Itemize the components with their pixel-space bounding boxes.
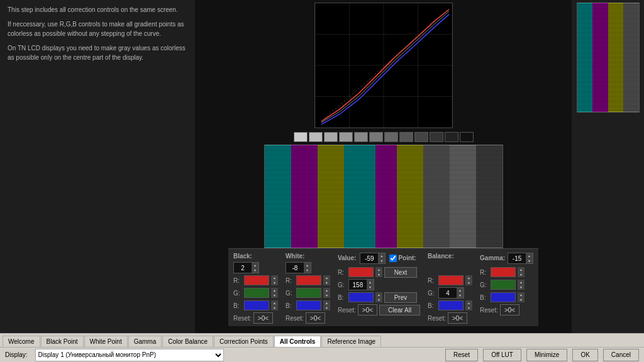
value-g-spin[interactable]: ▲ ▼ <box>348 279 374 290</box>
white-label: White: <box>286 253 330 260</box>
gamma-b-down[interactable]: ▼ <box>518 297 525 302</box>
white-r-up[interactable]: ▲ <box>323 275 330 280</box>
white-b-up[interactable]: ▲ <box>323 300 330 305</box>
white-g-down[interactable]: ▼ <box>323 293 330 298</box>
black-r-down[interactable]: ▼ <box>271 280 278 285</box>
value-r-down[interactable]: ▼ <box>375 272 382 277</box>
black-spin[interactable]: ▲ ▼ <box>233 262 259 273</box>
b-label-gamma: B: <box>480 294 489 301</box>
tab-reference-image[interactable]: Reference Image <box>321 336 381 347</box>
white-reset-btn[interactable]: >0< <box>306 312 325 324</box>
white-b-down[interactable]: ▼ <box>323 305 330 310</box>
white-r-down[interactable]: ▼ <box>323 280 330 285</box>
black-g-down[interactable]: ▼ <box>271 293 278 298</box>
gamma-input[interactable] <box>508 253 526 263</box>
swatch-gray8 <box>399 132 413 142</box>
black-input[interactable] <box>234 263 252 273</box>
instruction-text-1: This step includes all correction contro… <box>8 5 187 14</box>
white-spin[interactable]: ▲ ▼ <box>286 262 311 273</box>
black-g-up[interactable]: ▲ <box>271 288 278 293</box>
value-b-up[interactable]: ▲ <box>375 292 382 297</box>
instruction-text-3: On TN LCD displays you need to make gray… <box>8 43 187 62</box>
value-r-up[interactable]: ▲ <box>375 267 382 272</box>
balance-r-down[interactable]: ▼ <box>465 280 472 285</box>
clear-all-button[interactable]: Clear All <box>379 305 420 315</box>
swatch-gray3 <box>324 132 338 142</box>
off-lut-button[interactable]: Off LUT <box>483 349 521 361</box>
gamma-r-down[interactable]: ▼ <box>518 272 525 277</box>
balance-r-swatch <box>438 275 464 285</box>
ok-button[interactable]: OK <box>572 349 597 361</box>
gamma-g-down[interactable]: ▼ <box>518 285 525 290</box>
balance-b-up[interactable]: ▲ <box>465 300 472 305</box>
balance-b-down[interactable]: ▼ <box>465 305 472 310</box>
white-up[interactable]: ▲ <box>304 263 311 268</box>
next-button[interactable]: Next <box>384 267 417 278</box>
g-label-black: G: <box>233 290 242 297</box>
left-instructions-panel: This step includes all correction contro… <box>0 0 195 333</box>
value-g-up[interactable]: ▲ <box>367 280 374 285</box>
white-down[interactable]: ▼ <box>304 268 311 273</box>
tab-black-point[interactable]: Black Point <box>41 336 84 347</box>
tab-welcome[interactable]: Welcome <box>3 336 40 347</box>
reset-button[interactable]: Reset <box>445 349 478 361</box>
swatch-gray11 <box>445 132 458 142</box>
prev-button[interactable]: Prev <box>384 292 417 303</box>
g-label-white: G: <box>286 290 294 297</box>
right-bar-yellow <box>608 3 624 112</box>
gamma-down[interactable]: ▼ <box>526 258 533 263</box>
gamma-b-swatch <box>491 292 516 302</box>
black-reset-btn[interactable]: >0< <box>253 312 273 324</box>
tab-all-controls[interactable]: All Controls <box>274 336 321 347</box>
balance-g-up[interactable]: ▲ <box>457 288 464 293</box>
gamma-spin[interactable]: ▲ ▼ <box>508 253 533 264</box>
minimize-button[interactable]: Minimize <box>526 349 567 361</box>
gamma-b-up[interactable]: ▲ <box>518 292 525 297</box>
value-b-down[interactable]: ▼ <box>375 297 382 302</box>
cancel-button[interactable]: Cancel <box>603 349 639 361</box>
b-label-black: B: <box>233 302 242 309</box>
white-g-up[interactable]: ▲ <box>323 288 330 293</box>
value-down[interactable]: ▼ <box>378 258 385 263</box>
right-color-chart <box>577 3 640 112</box>
gamma-g-up[interactable]: ▲ <box>518 280 525 285</box>
value-section: Value: ▲ ▼ Point: <box>338 253 420 324</box>
gamma-reset-btn[interactable]: >0< <box>500 304 519 315</box>
b-label-white: B: <box>286 302 294 309</box>
tab-color-balance[interactable]: Color Balance <box>162 336 213 347</box>
swatch-gray12 <box>460 132 474 142</box>
swatch-gray5 <box>354 132 368 142</box>
tab-white-point[interactable]: White Point <box>84 336 128 347</box>
balance-g-input[interactable] <box>439 288 457 298</box>
right-bar-magenta <box>592 3 608 112</box>
value-g-down[interactable]: ▼ <box>367 285 374 290</box>
value-reset-btn[interactable]: >0< <box>358 304 377 315</box>
value-spin[interactable]: ▲ ▼ <box>360 253 386 264</box>
balance-section: Balance: R: ▲ ▼ G: <box>428 253 472 324</box>
black-r-swatch <box>244 275 269 285</box>
display-select[interactable]: Display 1 (Универсальный монитор PnP) <box>35 349 224 361</box>
display-label: Display: <box>5 351 28 358</box>
black-r-up[interactable]: ▲ <box>271 275 278 280</box>
balance-reset-btn[interactable]: >0< <box>448 312 467 324</box>
white-input[interactable] <box>286 263 304 273</box>
gamma-g-swatch <box>491 280 516 290</box>
gamma-up[interactable]: ▲ <box>526 253 533 258</box>
point-checkbox[interactable] <box>389 255 397 262</box>
value-up[interactable]: ▲ <box>378 253 385 258</box>
tab-gamma[interactable]: Gamma <box>128 336 162 347</box>
gamma-r-up[interactable]: ▲ <box>518 267 525 272</box>
black-b-up[interactable]: ▲ <box>271 300 278 305</box>
balance-r-up[interactable]: ▲ <box>465 275 472 280</box>
black-b-down[interactable]: ▼ <box>271 305 278 310</box>
black-down[interactable]: ▼ <box>252 268 258 273</box>
black-up[interactable]: ▲ <box>252 263 258 268</box>
balance-g-down[interactable]: ▼ <box>457 293 464 298</box>
balance-g-spin[interactable]: ▲ ▼ <box>438 287 464 299</box>
right-panel <box>572 0 644 333</box>
tab-correction-points[interactable]: Correction Points <box>214 336 274 347</box>
value-label: Value: <box>338 255 356 261</box>
value-g-input[interactable] <box>349 280 367 290</box>
r-label-gamma: R: <box>480 269 489 276</box>
value-input[interactable] <box>360 253 378 263</box>
